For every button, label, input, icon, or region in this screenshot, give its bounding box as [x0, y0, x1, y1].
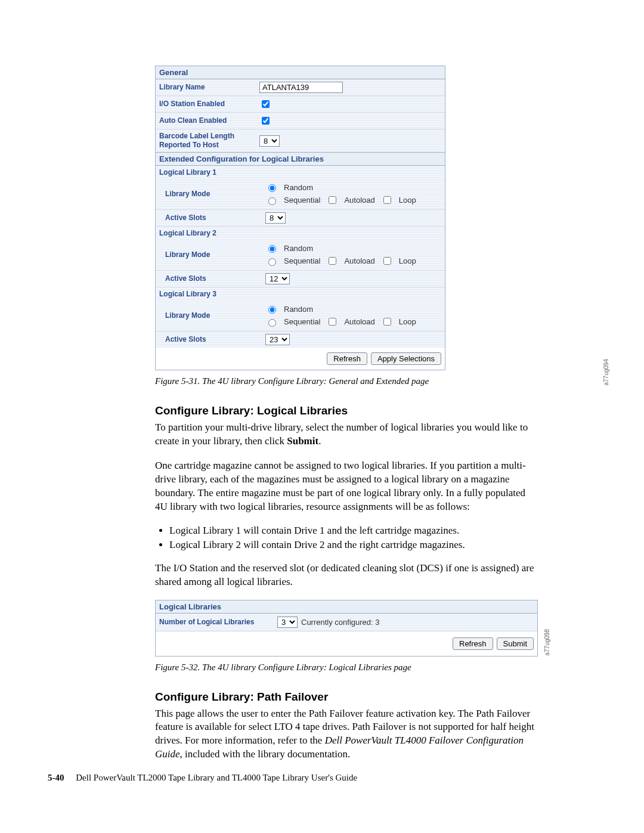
refresh-button-2[interactable]: Refresh	[453, 637, 493, 650]
apply-selections-button[interactable]: Apply Selections	[371, 352, 441, 365]
lib3-mode-sequential-radio[interactable]	[268, 319, 276, 327]
section-1-para-3: The I/O Station and the reserved slot (o…	[155, 562, 537, 589]
lib3-random-label: Random	[284, 305, 313, 314]
lib2-mode-sequential-radio[interactable]	[268, 258, 276, 266]
lib1-autoload-checkbox[interactable]	[329, 196, 336, 204]
library-name-label: Library Name	[159, 83, 259, 92]
lib1-loop-label: Loop	[399, 196, 416, 205]
lib2-mode-label: Library Mode	[159, 250, 265, 259]
lib2-loop-checkbox[interactable]	[383, 257, 391, 265]
lib2-sequential-label: Sequential	[284, 256, 320, 265]
section-1-heading: Configure Library: Logical Libraries	[155, 404, 537, 417]
logical-libraries-header: Logical Libraries	[156, 600, 537, 614]
submit-button[interactable]: Submit	[497, 637, 534, 650]
logical-lib-1-title: Logical Library 1	[156, 166, 445, 179]
page-number: 5-40	[48, 773, 64, 782]
list-item: Logical Library 2 will contain Drive 2 a…	[169, 539, 537, 551]
lib3-slots-label: Active Slots	[159, 335, 265, 344]
lib2-random-label: Random	[284, 244, 313, 253]
extended-section-header: Extended Configuration for Logical Libra…	[156, 152, 445, 166]
lib2-loop-label: Loop	[399, 256, 416, 265]
figure-id-1: a77ug094	[603, 359, 609, 386]
lib3-mode-random-radio[interactable]	[268, 306, 276, 314]
lib1-mode-sequential-label: Sequential	[284, 196, 320, 205]
lib1-mode-label: Library Mode	[159, 190, 265, 199]
figure-1-caption: Figure 5-31. The 4U library Configure Li…	[155, 376, 596, 386]
lib3-autoload-label: Autoload	[344, 317, 374, 326]
section-1-para-1: To partition your multi-drive library, s…	[155, 421, 537, 448]
lib3-slots-select[interactable]: 23	[265, 334, 290, 345]
currently-configured-text: Currently configured: 3	[301, 618, 380, 627]
section-1-para-2: One cartridge magazine cannot be assigne…	[155, 459, 537, 514]
lib2-autoload-label: Autoload	[344, 256, 374, 265]
auto-clean-label: Auto Clean Enabled	[159, 116, 259, 125]
lib3-sequential-label: Sequential	[284, 317, 320, 326]
lib1-autoload-label: Autoload	[344, 196, 374, 205]
io-station-checkbox[interactable]	[262, 100, 270, 108]
list-item: Logical Library 1 will contain Drive 1 a…	[169, 525, 537, 537]
figure-id-2: a77ug098	[544, 629, 550, 656]
lib1-slots-select[interactable]: 8	[265, 212, 286, 224]
lib1-loop-checkbox[interactable]	[383, 196, 391, 204]
refresh-button[interactable]: Refresh	[327, 352, 367, 365]
lib2-mode-random-radio[interactable]	[268, 245, 276, 253]
num-logical-label: Number of Logical Libraries	[159, 618, 277, 627]
lib1-mode-random-radio[interactable]	[268, 184, 276, 192]
section-2-heading: Configure Library: Path Failover	[155, 690, 537, 704]
logical-lib-3-title: Logical Library 3	[156, 287, 445, 301]
section-2-para-1: This page allows the user to enter the P…	[155, 707, 537, 762]
lib1-slots-label: Active Slots	[159, 213, 265, 222]
general-section-header: General	[156, 66, 445, 79]
lib3-loop-label: Loop	[399, 317, 416, 326]
library-name-input[interactable]	[259, 82, 343, 93]
lib2-slots-label: Active Slots	[159, 274, 265, 283]
lib2-autoload-checkbox[interactable]	[329, 257, 336, 265]
lib1-mode-random-label: Random	[284, 183, 313, 192]
book-title: Dell PowerVault TL2000 Tape Library and …	[76, 773, 357, 782]
section-1-list: Logical Library 1 will contain Drive 1 a…	[169, 525, 537, 551]
lib2-slots-select[interactable]: 12	[265, 273, 290, 284]
barcode-length-label: Barcode Label Length Reported To Host	[159, 132, 259, 150]
logical-lib-2-title: Logical Library 2	[156, 227, 445, 240]
lib1-mode-sequential-radio[interactable]	[268, 197, 276, 205]
auto-clean-checkbox[interactable]	[262, 117, 270, 125]
lib3-autoload-checkbox[interactable]	[329, 318, 336, 326]
num-logical-select[interactable]: 3	[277, 617, 298, 628]
io-station-label: I/O Station Enabled	[159, 100, 259, 109]
lib3-mode-label: Library Mode	[159, 311, 265, 320]
figure-2-caption: Figure 5-32. The 4U library Configure Li…	[155, 662, 596, 673]
barcode-length-select[interactable]: 8	[259, 135, 280, 147]
lib3-loop-checkbox[interactable]	[383, 318, 391, 326]
page-footer: 5-40 Dell PowerVault TL2000 Tape Library…	[48, 773, 357, 783]
